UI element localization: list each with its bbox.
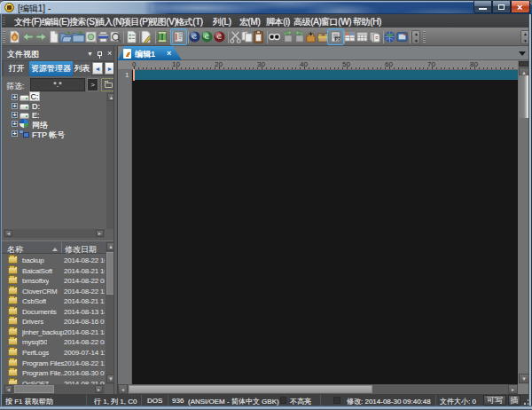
svg-text:C: C xyxy=(205,33,210,41)
svg-text:C: C xyxy=(217,33,223,41)
svg-text:ab: ab xyxy=(336,37,341,42)
svg-text:C: C xyxy=(192,33,198,41)
